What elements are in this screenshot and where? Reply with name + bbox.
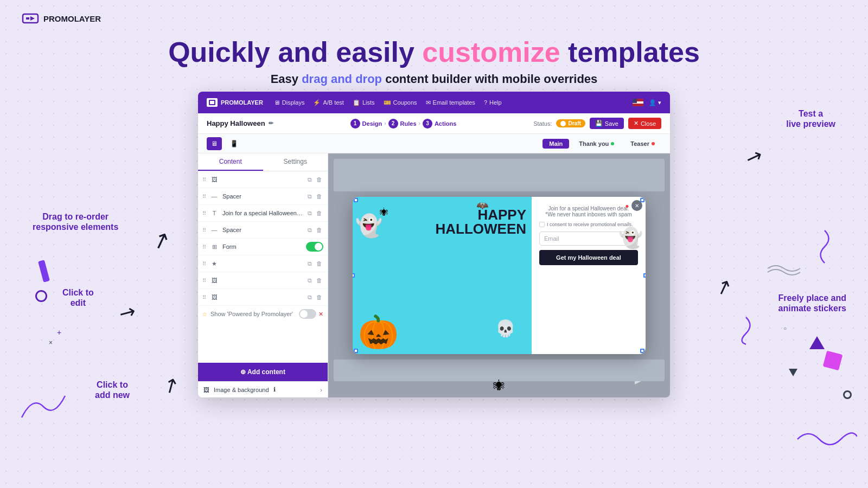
powered-toggle[interactable] bbox=[299, 309, 316, 319]
annotation-stickers: Freely place andanimate stickers bbox=[778, 293, 846, 313]
nav-item-lists[interactable]: 📋 Lists bbox=[353, 99, 375, 106]
preview-bottom-bar bbox=[334, 359, 665, 381]
list-item-spacer1[interactable]: ⠿ — Spacer ⧉ 🗑 bbox=[198, 188, 328, 205]
spider-popup-icon: 🕷 bbox=[380, 208, 388, 217]
top-header: PROMOLAYER bbox=[0, 0, 868, 37]
desktop-device-button[interactable]: 🖥 bbox=[207, 137, 222, 150]
drag-handle[interactable]: ⠿ bbox=[202, 244, 206, 250]
delete-icon[interactable]: 🗑 bbox=[315, 192, 323, 201]
step-3-badge: 3 bbox=[423, 119, 432, 129]
editor-area: Content Settings ⠿ 🖼 ⧉ 🗑 bbox=[198, 153, 670, 397]
star-icon: ☆ bbox=[202, 311, 207, 317]
floating-dot-red: ● bbox=[625, 202, 629, 210]
list-item-image3[interactable]: ⠿ 🖼 ⧉ 🗑 bbox=[198, 289, 328, 306]
form-toggle[interactable] bbox=[306, 242, 323, 252]
app-navbar: PROMOLAYER 🖥 Displays ⚡ A/B test 📋 Lists… bbox=[198, 92, 670, 113]
drag-handle[interactable]: ⠿ bbox=[202, 278, 206, 284]
nav-item-displays[interactable]: 🖥 Displays bbox=[274, 99, 305, 106]
settings-tab[interactable]: Settings bbox=[263, 153, 328, 171]
floating-ghost-icon: 👻 bbox=[618, 227, 643, 249]
handle-left[interactable] bbox=[353, 273, 355, 278]
copy-icon[interactable]: ⧉ bbox=[307, 259, 313, 268]
image-bg-row[interactable]: 🖼 Image & background ℹ › bbox=[198, 381, 328, 397]
spacer-icon: — bbox=[209, 225, 219, 235]
list-item-image2[interactable]: ⠿ 🖼 ⧉ 🗑 bbox=[198, 272, 328, 289]
drag-handle[interactable]: ⠿ bbox=[202, 261, 206, 267]
delete-icon[interactable]: 🗑 bbox=[315, 175, 323, 184]
nav-item-coupons[interactable]: 🎫 Coupons bbox=[384, 99, 417, 106]
copy-icon[interactable]: ⧉ bbox=[307, 226, 313, 235]
corner-handle-tl[interactable] bbox=[354, 198, 358, 202]
icon-item-icon: ★ bbox=[209, 259, 219, 268]
powered-by-row: ☆ Show 'Powered by Promolayer' ✕ bbox=[198, 306, 328, 322]
tab-main[interactable]: Main bbox=[542, 139, 569, 149]
text-icon: T bbox=[209, 208, 219, 218]
drag-handle[interactable]: ⠿ bbox=[202, 177, 206, 183]
annotation-drag-reorder: Drag to re-orderresponsive elements bbox=[33, 211, 118, 232]
user-menu[interactable]: 👤 ▾ bbox=[649, 99, 661, 106]
drag-handle[interactable]: ⠿ bbox=[202, 194, 206, 200]
bat-icon: 🦇 bbox=[476, 200, 488, 211]
pumpkin-icon: 🎃 bbox=[358, 316, 399, 349]
delete-icon[interactable]: 🗑 bbox=[315, 276, 323, 285]
nav-item-email[interactable]: ✉ Email templates bbox=[426, 99, 475, 106]
popup-tagline: Join for a special Halloween deal. *We n… bbox=[539, 206, 638, 217]
copy-icon[interactable]: ⧉ bbox=[307, 276, 313, 285]
drag-handle[interactable]: ⠿ bbox=[202, 227, 206, 233]
popup-left-panel: HAPPY HALLOWEEN 🎃 👻 💀 🦇 🕷 bbox=[353, 197, 532, 354]
popup-right-panel: Join for a special Halloween deal. *We n… bbox=[532, 197, 646, 354]
copy-icon[interactable]: ⧉ bbox=[307, 192, 313, 201]
thankyou-status-dot bbox=[611, 142, 614, 145]
step-1-badge: 1 bbox=[350, 119, 360, 129]
draft-toggle[interactable]: Draft bbox=[556, 119, 585, 127]
content-tab[interactable]: Content bbox=[198, 153, 263, 171]
list-item-icon[interactable]: ⠿ ★ ⧉ 🗑 bbox=[198, 255, 328, 272]
delete-icon[interactable]: 🗑 bbox=[315, 293, 323, 302]
close-button[interactable]: ✕ Close bbox=[628, 118, 661, 129]
annotation-test-preview: Test alive preview bbox=[786, 108, 835, 129]
tab-thankyou[interactable]: Thank you bbox=[572, 139, 621, 149]
delete-icon[interactable]: 🗑 bbox=[315, 259, 323, 268]
copy-icon[interactable]: ⧉ bbox=[307, 293, 313, 302]
flag-icon bbox=[633, 99, 643, 106]
add-content-button[interactable]: ⊕ Add content bbox=[198, 363, 328, 381]
breadcrumb-right: Status: Draft 💾 Save ✕ Close bbox=[533, 118, 661, 129]
delete-icon[interactable]: 🗑 bbox=[315, 209, 323, 218]
main-content: PROMOLAYER 🖥 Displays ⚡ A/B test 📋 Lists… bbox=[0, 92, 868, 397]
halloween-popup: ✕ HAPPY HALLOWEEN 🎃 👻 💀 🦇 🕷 bbox=[353, 197, 646, 354]
breadcrumb-bar: Happy Halloween ✏ 1 Design › 2 Rules › 3… bbox=[198, 113, 670, 134]
teaser-status-dot bbox=[652, 142, 655, 145]
cta-button[interactable]: Get my Halloween deal bbox=[539, 250, 638, 265]
delete-icon[interactable]: 🗑 bbox=[315, 226, 323, 235]
powered-label: Show 'Powered by Promolayer' bbox=[210, 311, 293, 317]
list-item-form[interactable]: ⠿ ⊞ Form bbox=[198, 239, 328, 255]
item-label-spacer1: Spacer bbox=[222, 193, 303, 200]
list-item-image[interactable]: ⠿ 🖼 ⧉ 🗑 bbox=[198, 171, 328, 188]
item-label-spacer2: Spacer bbox=[222, 227, 303, 233]
annotation-click-edit: Click toedit bbox=[62, 287, 94, 308]
nav-items: 🖥 Displays ⚡ A/B test 📋 Lists 🎫 Coupons … bbox=[274, 99, 622, 106]
nav-item-help[interactable]: ? Help bbox=[484, 99, 502, 106]
spacer-icon: — bbox=[209, 191, 219, 201]
corner-handle-br[interactable] bbox=[640, 349, 644, 353]
copy-icon[interactable]: ⧉ bbox=[307, 209, 313, 218]
chevron-right-icon: › bbox=[320, 387, 322, 393]
nav-item-abtest[interactable]: ⚡ A/B test bbox=[313, 99, 344, 106]
consent-checkbox[interactable] bbox=[539, 222, 545, 227]
drag-handle[interactable]: ⠿ bbox=[202, 210, 206, 216]
tab-teaser[interactable]: Teaser bbox=[624, 139, 661, 149]
preview-top-bar bbox=[334, 159, 665, 191]
image-icon: 🖼 bbox=[209, 175, 219, 184]
save-button[interactable]: 💾 Save bbox=[590, 118, 624, 129]
list-item-spacer2[interactable]: ⠿ — Spacer ⧉ 🗑 bbox=[198, 222, 328, 239]
copy-icon[interactable]: ⧉ bbox=[307, 175, 313, 184]
step-3-label: Actions bbox=[435, 120, 456, 127]
popup-close-button[interactable]: ✕ bbox=[631, 200, 642, 211]
mobile-device-button[interactable]: 📱 bbox=[226, 137, 241, 150]
handle-right[interactable] bbox=[643, 273, 646, 278]
corner-handle-bl[interactable] bbox=[354, 349, 358, 353]
list-item-text[interactable]: ⠿ T Join for a special Halloween deal. '… bbox=[198, 205, 328, 222]
image2-icon: 🖼 bbox=[209, 275, 219, 285]
item-label-form: Form bbox=[222, 243, 303, 250]
drag-handle[interactable]: ⠿ bbox=[202, 294, 206, 300]
